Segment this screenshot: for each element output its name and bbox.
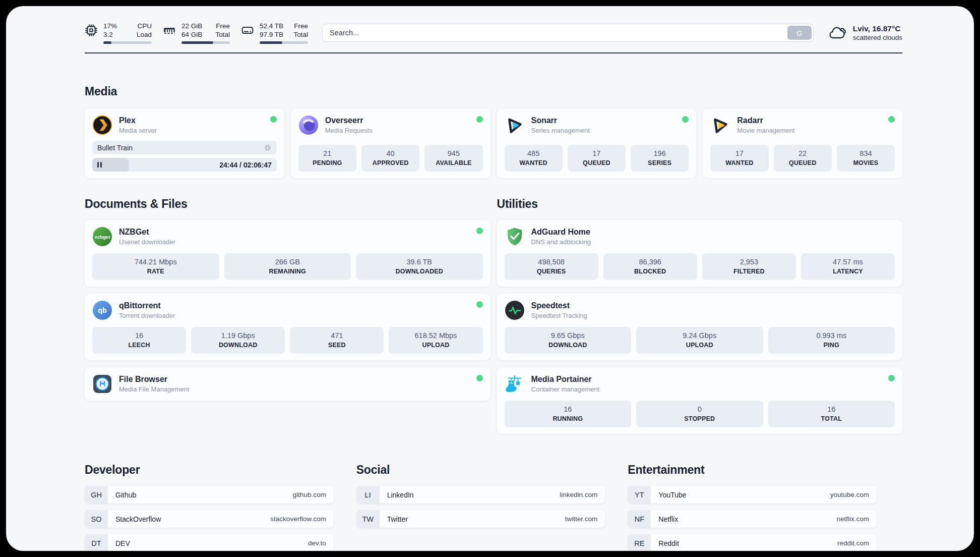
middle-sections: Documents & Files nzbget NZBGet Usenet d…: [85, 197, 902, 434]
filebrowser-icon: [92, 374, 112, 394]
sonarr-icon: [505, 115, 525, 135]
bookmark-abbr: SO: [85, 510, 108, 528]
bookmark-group-social: Social LI LinkedIn linkedin.com TW Twitt…: [356, 463, 605, 551]
app-description: Media server: [119, 127, 157, 135]
search-engine-button[interactable]: G: [787, 26, 812, 40]
bookmark-reddit[interactable]: RE Reddit reddit.com: [628, 534, 877, 551]
bookmark-name: DEV: [115, 539, 130, 547]
stat-upload: 9.24 GbpsUPLOAD: [636, 327, 763, 354]
stat-available: 945AVAILABLE: [424, 145, 482, 172]
stat-seed: 471SEED: [290, 327, 384, 354]
app-card-nzbget[interactable]: nzbget NZBGet Usenet downloader 744.21 M…: [85, 220, 491, 287]
app-card-filebrowser[interactable]: File Browser Media File Management: [85, 367, 491, 401]
svg-text:nzbget: nzbget: [95, 234, 110, 240]
stat-leech: 16LEECH: [92, 327, 186, 354]
speedtest-icon: [505, 300, 525, 320]
dashboard-panel: 17%CPU 3.2Load 22 GiBFree 64 GiBTotal: [6, 6, 974, 551]
disk-total-label: Total: [293, 30, 308, 39]
bookmark-name: StackOverflow: [115, 515, 161, 523]
stat-rate: 744.21 MbpsRATE: [92, 253, 219, 280]
status-dot: [476, 375, 483, 381]
app-description: Media Requests: [325, 127, 373, 135]
bookmark-twitter[interactable]: TW Twitter twitter.com: [356, 510, 605, 528]
dashboard-frame: 17%CPU 3.2Load 22 GiBFree 64 GiBTotal: [0, 0, 980, 557]
media-grid: Plex Media server Bullet Train: [85, 108, 902, 178]
stat-upload: 618.52 MbpsUPLOAD: [389, 327, 482, 354]
bookmark-linkedin[interactable]: LI LinkedIn linkedin.com: [356, 486, 605, 504]
app-name: Media Portainer: [531, 374, 600, 384]
stat-approved: 40APPROVED: [361, 145, 419, 172]
section-utilities: Utilities AdGuard Home DNS and adblockin…: [497, 197, 903, 434]
bookmark-group-title: Entertainment: [628, 463, 877, 477]
cloud-icon: [828, 25, 847, 41]
app-card-sonarr[interactable]: Sonarr Series management 485WANTED 17QUE…: [497, 108, 697, 178]
weather-location-temp: Lviv, 16.87°C: [853, 24, 902, 33]
search-input[interactable]: [322, 24, 814, 42]
bookmark-group-entertainment: Entertainment YT YouTube youtube.com NF …: [628, 463, 877, 551]
bookmark-netflix[interactable]: NF Netflix netflix.com: [628, 510, 877, 528]
app-name: Speedtest: [531, 301, 587, 311]
bookmark-github[interactable]: GH Github github.com: [85, 486, 334, 504]
app-card-overseerr[interactable]: Overseerr Media Requests 21PENDING 40APP…: [291, 108, 491, 178]
app-description: Container management: [531, 385, 600, 394]
bookmark-abbr: DT: [85, 534, 108, 551]
memory-total-label: Total: [215, 30, 230, 39]
cpu-progress-bar: [103, 41, 152, 44]
disk-total: 97.9 TB: [260, 30, 283, 39]
radarr-icon: [710, 115, 730, 135]
now-playing-title: Bullet Train: [97, 144, 133, 152]
stat-total: 16TOTAL: [768, 401, 895, 427]
weather-widget: Lviv, 16.87°C scattered clouds: [828, 24, 902, 42]
app-name: Radarr: [737, 116, 794, 126]
bookmark-name: LinkedIn: [387, 491, 414, 499]
bookmark-name: Twitter: [387, 515, 408, 523]
bookmarks-section: Developer GH Github github.com SO StackO…: [85, 463, 902, 551]
memory-total: 64 GiB: [181, 30, 202, 39]
bookmark-url: stackoverflow.com: [270, 515, 326, 523]
app-description: Torrent downloader: [119, 312, 175, 320]
app-name: Overseerr: [325, 116, 373, 126]
system-widgets: 17%CPU 3.2Load 22 GiBFree 64 GiBTotal: [85, 22, 308, 44]
bookmark-stackoverflow[interactable]: SO StackOverflow stackoverflow.com: [85, 510, 334, 528]
app-card-adguard[interactable]: AdGuard Home DNS and adblocking 498,508Q…: [497, 220, 903, 287]
status-dot: [476, 228, 483, 234]
plex-icon: [92, 115, 112, 135]
status-dot: [476, 116, 483, 123]
status-dot: [888, 375, 895, 381]
bookmark-name: YouTube: [658, 491, 686, 499]
playback-progress: 24:44 / 02:06:47: [92, 158, 277, 172]
stat-queued: 22QUEUED: [774, 145, 832, 172]
app-description: Movie management: [737, 127, 794, 135]
section-title-media: Media: [85, 85, 902, 98]
app-card-portainer[interactable]: Media Portainer Container management 16R…: [497, 367, 903, 434]
stat-pending: 21PENDING: [298, 145, 356, 172]
disk-free: 52.4 TB: [260, 22, 283, 30]
section-title-utilities: Utilities: [497, 197, 903, 211]
bookmark-url: linkedin.com: [560, 491, 597, 498]
app-card-qbittorrent[interactable]: qb qBittorrent Torrent downloader 16LEEC…: [85, 294, 491, 360]
bookmark-url: dev.to: [308, 539, 326, 547]
stat-series: 196SERIES: [631, 145, 689, 172]
stat-blocked: 86,396BLOCKED: [603, 253, 697, 280]
bookmark-abbr: LI: [356, 486, 380, 504]
app-card-radarr[interactable]: Radarr Movie management 17WANTED 22QUEUE…: [703, 108, 902, 178]
memory-progress-bar: [181, 41, 230, 44]
cpu-widget: 17%CPU 3.2Load: [85, 22, 152, 44]
gear-icon[interactable]: [264, 144, 272, 152]
stat-movies: 834MOVIES: [837, 145, 895, 172]
qbittorrent-icon: qb: [92, 300, 112, 320]
app-name: Plex: [119, 116, 157, 126]
cpu-load: 3.2: [103, 30, 113, 39]
disk-icon: [241, 24, 254, 37]
app-description: Speedtest Tracking: [531, 312, 587, 320]
app-card-plex[interactable]: Plex Media server Bullet Train: [85, 108, 284, 178]
bookmark-dev[interactable]: DT DEV dev.to: [85, 534, 334, 551]
cpu-usage: 17%: [103, 22, 117, 30]
bookmark-youtube[interactable]: YT YouTube youtube.com: [628, 486, 877, 504]
stat-filtered: 2,953FILTERED: [702, 253, 796, 280]
app-description: Series management: [531, 127, 590, 135]
bookmark-group-developer: Developer GH Github github.com SO StackO…: [85, 463, 334, 551]
weather-condition: scattered clouds: [853, 33, 902, 42]
app-card-speedtest[interactable]: Speedtest Speedtest Tracking 9.65 GbpsDO…: [497, 294, 903, 360]
header-divider: [85, 52, 902, 53]
